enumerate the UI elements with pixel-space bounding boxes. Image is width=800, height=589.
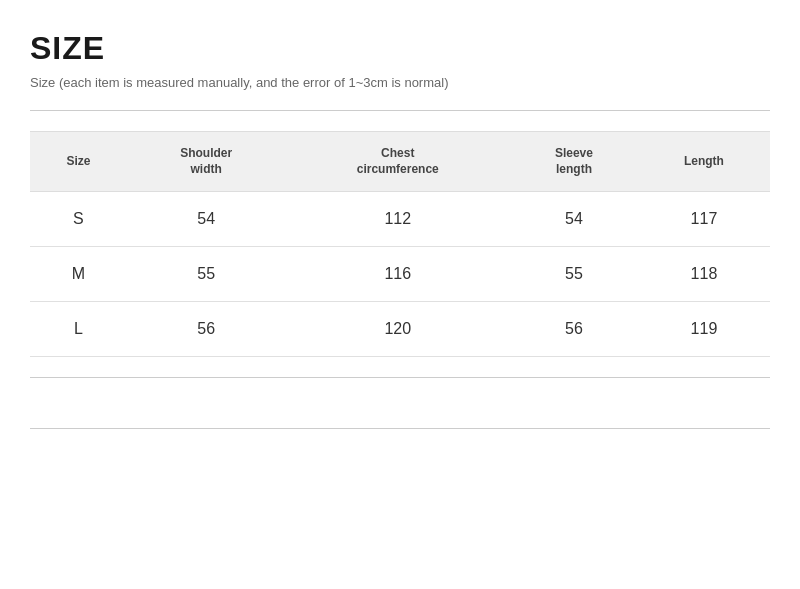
- cell-chest_circumference: 120: [285, 302, 510, 357]
- col-header-shoulder-width: Shoulderwidth: [127, 132, 286, 192]
- footer-divider: [30, 428, 770, 429]
- cell-chest_circumference: 112: [285, 192, 510, 247]
- page-container: SIZE Size (each item is measured manuall…: [0, 0, 800, 449]
- cell-shoulder_width: 56: [127, 302, 286, 357]
- cell-chest_circumference: 116: [285, 247, 510, 302]
- top-divider: [30, 110, 770, 111]
- table-row: M5511655118: [30, 247, 770, 302]
- cell-size: S: [30, 192, 127, 247]
- cell-size: L: [30, 302, 127, 357]
- col-header-size: Size: [30, 132, 127, 192]
- page-subtitle: Size (each item is measured manually, an…: [30, 75, 770, 90]
- col-header-length: Length: [638, 132, 770, 192]
- cell-size: M: [30, 247, 127, 302]
- cell-sleeve_length: 55: [510, 247, 638, 302]
- cell-length: 118: [638, 247, 770, 302]
- cell-shoulder_width: 55: [127, 247, 286, 302]
- size-table: Size Shoulderwidth Chestcircumference Sl…: [30, 131, 770, 357]
- cell-length: 117: [638, 192, 770, 247]
- cell-length: 119: [638, 302, 770, 357]
- table-header-row: Size Shoulderwidth Chestcircumference Sl…: [30, 132, 770, 192]
- page-title: SIZE: [30, 30, 770, 67]
- table-row: L5612056119: [30, 302, 770, 357]
- table-row: S5411254117: [30, 192, 770, 247]
- col-header-sleeve-length: Sleevelength: [510, 132, 638, 192]
- cell-sleeve_length: 54: [510, 192, 638, 247]
- bottom-divider: [30, 377, 770, 378]
- cell-shoulder_width: 54: [127, 192, 286, 247]
- col-header-chest-circumference: Chestcircumference: [285, 132, 510, 192]
- cell-sleeve_length: 56: [510, 302, 638, 357]
